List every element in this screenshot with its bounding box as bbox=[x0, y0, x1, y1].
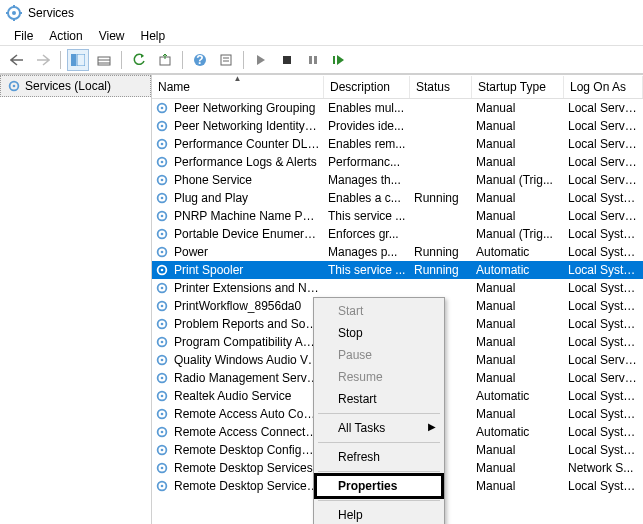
ctx-resume[interactable]: Resume bbox=[316, 366, 442, 388]
svg-point-40 bbox=[161, 251, 164, 254]
menu-action[interactable]: Action bbox=[41, 27, 90, 45]
refresh-button[interactable] bbox=[128, 49, 150, 71]
pause-service-button[interactable] bbox=[302, 49, 324, 71]
sidebar-item-label: Services (Local) bbox=[25, 79, 111, 93]
cell-description: Provides ide... bbox=[324, 119, 410, 133]
service-row[interactable]: Phone ServiceManages th...Manual (Trig..… bbox=[152, 171, 643, 189]
cell-name: Portable Device Enumerator... bbox=[170, 227, 324, 241]
svg-point-34 bbox=[161, 197, 164, 200]
svg-rect-19 bbox=[314, 56, 317, 64]
cell-logon: Local Syste... bbox=[564, 317, 643, 331]
ctx-start[interactable]: Start bbox=[316, 300, 442, 322]
service-row[interactable]: PowerManages p...RunningAutomaticLocal S… bbox=[152, 243, 643, 261]
cell-logon: Local Syste... bbox=[564, 245, 643, 259]
svg-point-46 bbox=[161, 305, 164, 308]
gear-icon bbox=[154, 173, 170, 187]
svg-rect-18 bbox=[309, 56, 312, 64]
gear-icon bbox=[154, 101, 170, 115]
column-description[interactable]: Description bbox=[324, 76, 410, 98]
sidebar: Services (Local) bbox=[0, 75, 152, 524]
svg-rect-17 bbox=[283, 56, 291, 64]
svg-point-32 bbox=[161, 179, 164, 182]
export-button[interactable] bbox=[154, 49, 176, 71]
ctx-separator bbox=[318, 471, 440, 472]
ctx-restart[interactable]: Restart bbox=[316, 388, 442, 410]
service-row[interactable]: Printer Extensions and Notif...ManualLoc… bbox=[152, 279, 643, 297]
cell-startup: Automatic bbox=[472, 245, 564, 259]
ctx-separator bbox=[318, 442, 440, 443]
cell-startup: Manual bbox=[472, 317, 564, 331]
export-list-button[interactable] bbox=[93, 49, 115, 71]
help-button[interactable]: ? bbox=[189, 49, 211, 71]
column-status[interactable]: Status bbox=[410, 76, 472, 98]
start-service-button[interactable] bbox=[250, 49, 272, 71]
ctx-stop[interactable]: Stop bbox=[316, 322, 442, 344]
ctx-all-tasks[interactable]: All Tasks ▶ bbox=[316, 417, 442, 439]
svg-point-44 bbox=[161, 287, 164, 290]
svg-point-26 bbox=[161, 125, 164, 128]
gear-icon bbox=[154, 299, 170, 313]
cell-name: Printer Extensions and Notif... bbox=[170, 281, 324, 295]
properties-button[interactable] bbox=[215, 49, 237, 71]
gear-icon bbox=[154, 209, 170, 223]
svg-point-30 bbox=[161, 161, 164, 164]
cell-logon: Local Service bbox=[564, 173, 643, 187]
cell-name: Quality Windows Audio Vid... bbox=[170, 353, 324, 367]
service-row[interactable]: Plug and PlayEnables a c...RunningManual… bbox=[152, 189, 643, 207]
cell-startup: Manual bbox=[472, 461, 564, 475]
service-row[interactable]: Performance Logs & AlertsPerformanc...Ma… bbox=[152, 153, 643, 171]
menu-help[interactable]: Help bbox=[133, 27, 174, 45]
cell-logon: Local Syste... bbox=[564, 281, 643, 295]
column-name[interactable]: Name ▲ bbox=[152, 76, 324, 98]
cell-name: Phone Service bbox=[170, 173, 324, 187]
cell-startup: Manual bbox=[472, 479, 564, 493]
gear-icon bbox=[7, 79, 21, 93]
service-row[interactable]: Print SpoolerThis service ...RunningAuto… bbox=[152, 261, 643, 279]
show-hide-tree-button[interactable] bbox=[67, 49, 89, 71]
cell-logon: Local Syste... bbox=[564, 299, 643, 313]
ctx-help[interactable]: Help bbox=[316, 504, 442, 524]
cell-description: Enforces gr... bbox=[324, 227, 410, 241]
cell-description: Performanc... bbox=[324, 155, 410, 169]
service-row[interactable]: Peer Networking GroupingEnables mul...Ma… bbox=[152, 99, 643, 117]
toolbar-separator bbox=[182, 51, 183, 69]
window-title: Services bbox=[28, 6, 74, 20]
cell-startup: Automatic bbox=[472, 263, 564, 277]
ctx-refresh[interactable]: Refresh bbox=[316, 446, 442, 468]
cell-startup: Manual bbox=[472, 101, 564, 115]
svg-point-58 bbox=[161, 413, 164, 416]
cell-startup: Manual bbox=[472, 191, 564, 205]
sort-ascending-icon: ▲ bbox=[234, 76, 242, 83]
back-button[interactable] bbox=[6, 49, 28, 71]
cell-description: Enables mul... bbox=[324, 101, 410, 115]
service-row[interactable]: Peer Networking Identity M...Provides id… bbox=[152, 117, 643, 135]
forward-button[interactable] bbox=[32, 49, 54, 71]
column-startup-type[interactable]: Startup Type bbox=[472, 76, 564, 98]
sidebar-item-services-local[interactable]: Services (Local) bbox=[0, 75, 151, 97]
stop-service-button[interactable] bbox=[276, 49, 298, 71]
cell-startup: Manual bbox=[472, 335, 564, 349]
cell-name: Power bbox=[170, 245, 324, 259]
cell-logon: Local Service bbox=[564, 101, 643, 115]
cell-startup: Manual bbox=[472, 209, 564, 223]
list-header: Name ▲ Description Status Startup Type L… bbox=[152, 75, 643, 99]
ctx-pause[interactable]: Pause bbox=[316, 344, 442, 366]
menu-file[interactable]: File bbox=[6, 27, 41, 45]
cell-name: Remote Desktop Services bbox=[170, 461, 324, 475]
svg-point-28 bbox=[161, 143, 164, 146]
gear-icon bbox=[154, 443, 170, 457]
ctx-properties[interactable]: Properties bbox=[316, 475, 442, 497]
service-row[interactable]: Portable Device Enumerator...Enforces gr… bbox=[152, 225, 643, 243]
cell-startup: Manual (Trig... bbox=[472, 173, 564, 187]
menu-view[interactable]: View bbox=[91, 27, 133, 45]
restart-service-button[interactable] bbox=[328, 49, 350, 71]
cell-name: Radio Management Service bbox=[170, 371, 324, 385]
column-log-on-as[interactable]: Log On As bbox=[564, 76, 643, 98]
gear-icon bbox=[154, 263, 170, 277]
service-row[interactable]: Performance Counter DLL ...Enables rem..… bbox=[152, 135, 643, 153]
gear-icon bbox=[154, 407, 170, 421]
svg-rect-14 bbox=[221, 55, 231, 65]
service-row[interactable]: PNRP Machine Name Publi...This service .… bbox=[152, 207, 643, 225]
cell-description: Manages p... bbox=[324, 245, 410, 259]
cell-logon: Local Syste... bbox=[564, 191, 643, 205]
